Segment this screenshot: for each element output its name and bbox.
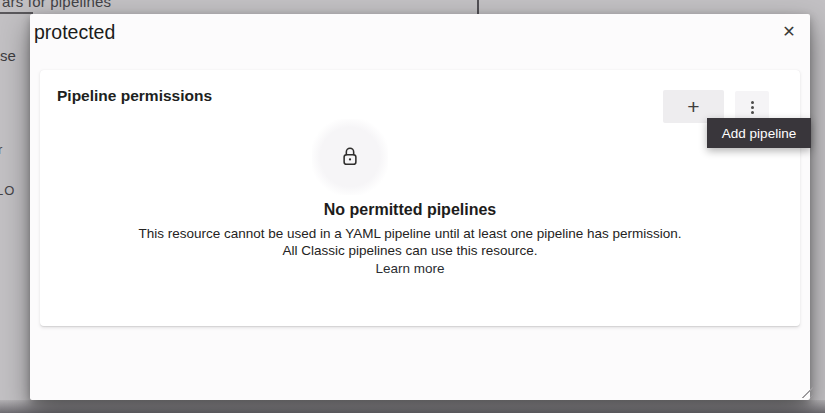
add-pipeline-tooltip: Add pipeline [707,118,811,148]
modal-title: protected [34,21,115,44]
empty-state-description-line2: All Classic pipelines can use this resou… [40,242,780,259]
card-heading: Pipeline permissions [57,87,212,105]
pipeline-permissions-card: Pipeline permissions + No permitted pipe… [40,70,800,326]
empty-state-text: No permitted pipelines This resource can… [40,201,780,277]
close-button[interactable]: ✕ [774,17,804,45]
background-text-fragment: LO [0,183,15,198]
empty-state-description-line1: This resource cannot be used in a YAML p… [40,225,780,242]
plus-icon: + [687,95,699,118]
background-text-fragment: se [0,47,16,64]
learn-more-link[interactable]: Learn more [375,260,444,277]
empty-state-title: No permitted pipelines [40,201,780,219]
background-divider-horizontal [0,12,33,14]
lock-icon [339,145,361,169]
empty-state-icon-circle [312,119,388,195]
background-page-text-fragment: ars for pipelines [2,0,111,10]
screen: ars for pipelines se r LO protected ✕ Pi… [0,0,825,413]
pipeline-permissions-modal: protected ✕ Pipeline permissions + [30,14,810,400]
resize-grip[interactable] [799,384,813,398]
close-icon: ✕ [782,22,795,41]
kebab-menu-icon [751,101,754,114]
background-bottom-strip [0,400,825,413]
background-text-fragment: r [0,142,2,157]
background-divider-vertical [477,0,479,14]
